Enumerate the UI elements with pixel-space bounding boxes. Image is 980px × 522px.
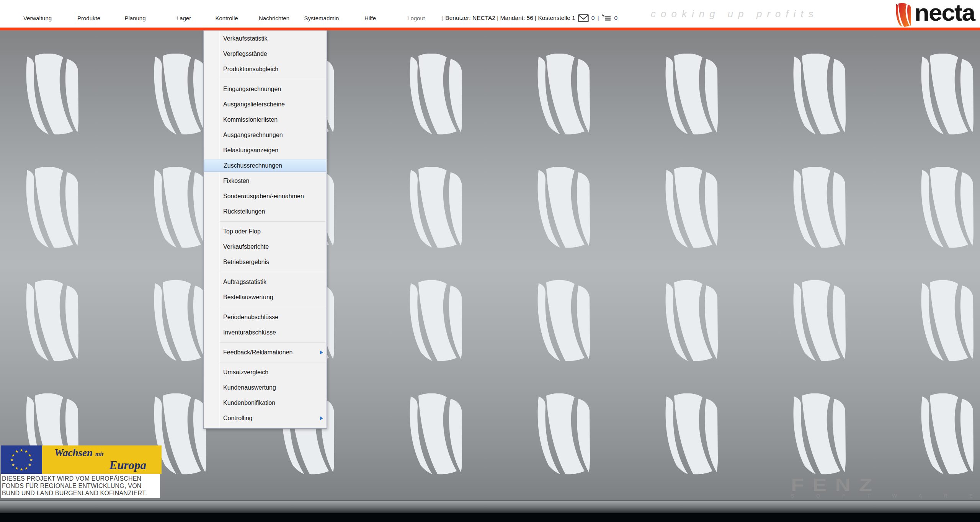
eu-funding-badge: ★★ ★★ ★★ ★★ ★★ ★★ Wachsen mit Eu [1,445,162,498]
accent-divider [0,28,980,30]
bottom-black-strip [0,513,980,522]
svg-text:★: ★ [15,466,18,470]
session-text: | Benutzer: NECTA2 | Mandant: 56 | Koste… [442,15,575,21]
eu-flag-row: ★★ ★★ ★★ ★★ ★★ ★★ Wachsen mit Eu [1,445,162,474]
menu-item-top-oder-flop[interactable]: Top oder Flop [204,224,327,239]
mail-count: 0 [591,15,595,21]
menu-item-rueckstellungen[interactable]: Rückstellungen [204,204,327,219]
nav-verwaltung[interactable]: Verwaltung [23,8,52,28]
menu-item-umsatzvergleich[interactable]: Umsatzvergleich [204,365,327,380]
menu-item-feedback-reklamationen[interactable]: Feedback/Reklamationen [204,345,327,360]
menu-item-ausgangslieferscheine[interactable]: Ausgangslieferscheine [204,97,327,112]
menu-separator [207,307,325,307]
svg-text:★: ★ [29,458,33,462]
nav-lager[interactable]: Lager [176,8,191,28]
nav-produkte[interactable]: Produkte [77,8,100,28]
eu-caption-line: FONDS FÜR REGIONALE ENTWICKLUNG, VON [2,482,158,489]
session-divider: | [597,15,599,21]
brand-wordmark: necta [915,1,975,25]
menu-item-eingangsrechnungen[interactable]: Eingangsrechnungen [204,82,327,97]
eu-badge-title: Wachsen mit Europa [42,445,162,474]
eu-flag-icon: ★★ ★★ ★★ ★★ ★★ ★★ [1,445,42,474]
menu-item-kundenbonifikation[interactable]: Kundenbonifikation [204,395,327,411]
bottom-gradient-strip [0,500,980,513]
eu-caption-line: DIESES PROJEKT WIRD VOM EUROPÄISCHEN [2,475,158,482]
menu-item-label: Feedback/Reklamationen [223,349,292,356]
menu-item-belastungsanzeigen[interactable]: Belastungsanzeigen [204,143,327,158]
menu-item-ausgangsrechnungen[interactable]: Ausgangsrechnungen [204,127,327,143]
eu-title-europa: Europa [42,460,162,471]
menu-item-verkaufsberichte[interactable]: Verkaufsberichte [204,239,327,254]
necta-logo: necta [893,1,975,28]
fenz-software-watermark: FENZ S O F T W A R E [791,474,980,499]
svg-text:★: ★ [20,467,23,471]
svg-text:★: ★ [24,449,28,453]
leaf-pattern-watermark [0,30,980,500]
svg-text:★: ★ [20,448,23,452]
menu-item-controlling[interactable]: Controlling [204,411,327,426]
menu-item-fixkosten[interactable]: Fixkosten [204,173,327,189]
brand-tagline: cooking up profits [651,0,818,28]
svg-text:★: ★ [28,463,31,467]
eu-title-mit: mit [95,451,103,457]
menu-separator [207,221,325,222]
svg-text:★: ★ [10,458,14,462]
menu-item-periodenabschluesse[interactable]: Periodenabschlüsse [204,310,327,325]
fenz-name: FENZ [791,477,980,493]
menu-item-produktionsabgleich[interactable]: Produktionsabgleich [204,62,327,77]
kontrolle-dropdown-menu: Verkaufsstatistik Verpflegsstände Produk… [203,30,327,429]
menu-separator [207,272,325,272]
menu-separator [207,79,325,79]
menu-item-kundenauswertung[interactable]: Kundenauswertung [204,380,327,395]
menu-item-label: Controlling [223,415,252,421]
session-info: | Benutzer: NECTA2 | Mandant: 56 | Koste… [442,8,617,28]
eu-caption: DIESES PROJEKT WIRD VOM EUROPÄISCHEN FON… [1,474,160,498]
submenu-arrow-icon [320,351,323,354]
svg-text:★: ★ [24,466,28,470]
logout-button[interactable]: Logout [407,8,425,28]
nav-kontrolle[interactable]: Kontrolle [215,8,238,28]
necta-leaf-icon [893,3,913,27]
task-list-icon[interactable] [601,14,611,22]
submenu-arrow-icon [320,416,323,420]
menu-item-zuschussrechnungen-selected[interactable]: Zuschussrechnungen [204,160,326,172]
menu-separator [207,362,325,362]
main-background: Verkaufsstatistik Verpflegsstände Produk… [0,30,980,500]
nav-nachrichten[interactable]: Nachrichten [259,8,289,28]
top-menubar: Verwaltung Produkte Planung Lager Kontro… [0,0,980,28]
menu-item-sonderausgaben-einnahmen[interactable]: Sonderausgaben/-einnahmen [204,189,327,204]
menu-item-kommissionierlisten[interactable]: Kommissionierlisten [204,112,327,127]
svg-text:★: ★ [11,463,15,467]
mail-icon[interactable] [578,14,589,22]
menu-item-inventurabschluesse[interactable]: Inventurabschlüsse [204,325,327,340]
nav-systemadmin[interactable]: Systemadmin [304,8,339,28]
nav-planung[interactable]: Planung [124,8,145,28]
menu-item-auftragsstatistik[interactable]: Auftragsstatistik [204,274,327,290]
task-count: 0 [614,15,617,21]
svg-text:★: ★ [11,453,15,457]
svg-text:★: ★ [15,449,18,453]
menu-item-verkaufsstatistik[interactable]: Verkaufsstatistik [204,31,327,46]
eu-caption-line: BUND UND LAND BURGENLAND KOFINANZIERT. [2,489,158,497]
menu-item-bestellauswertung[interactable]: Bestellauswertung [204,290,327,305]
svg-text:★: ★ [28,453,31,457]
menu-item-betriebsergebnis[interactable]: Betriebsergebnis [204,254,327,270]
eu-title-wachsen: Wachsen [54,447,93,458]
menu-separator [207,342,325,343]
app-window: Verwaltung Produkte Planung Lager Kontro… [0,0,980,522]
menu-item-verpflegsstaende[interactable]: Verpflegsstände [204,46,327,62]
nav-hilfe[interactable]: Hilfe [364,8,376,28]
